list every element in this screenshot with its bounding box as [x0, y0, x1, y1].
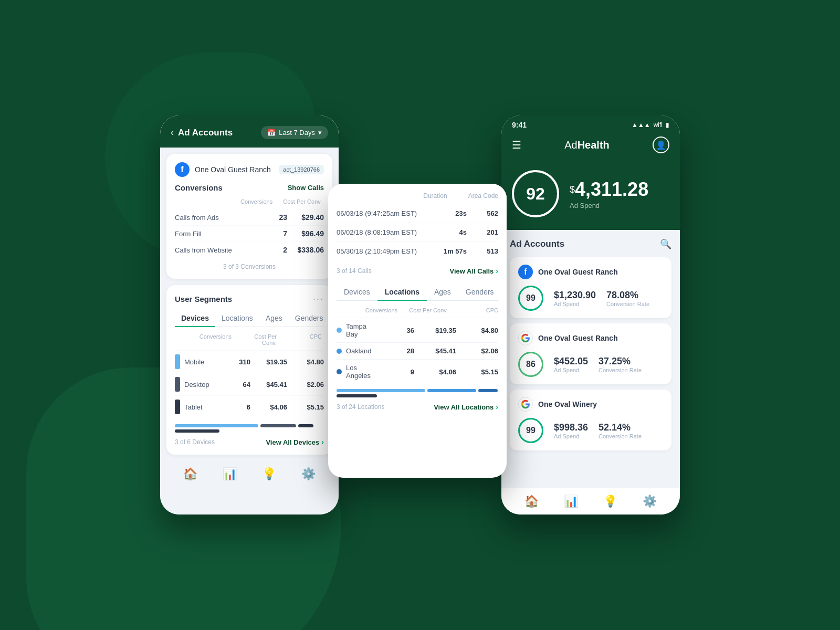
nav-settings[interactable]: ⚙️: [301, 467, 316, 481]
view-all-devices-link[interactable]: View All Devices ›: [266, 438, 324, 446]
segments-header: User Segments ···: [175, 293, 324, 304]
tab-locations[interactable]: Locations: [215, 311, 259, 327]
call-area-3: 513: [467, 247, 498, 255]
conv-label-3: Calls from Website: [175, 246, 256, 254]
loc-cpc-tampa: $4.80: [456, 327, 498, 334]
profile-button[interactable]: 👤: [653, 136, 669, 153]
loc-bar-3: [478, 389, 498, 392]
conv-cost-1: $29.40: [287, 213, 324, 222]
screens-container: ‹ Ad Accounts 📅 Last 7 Days ▾ f One Oval…: [160, 116, 680, 514]
tab-devices[interactable]: Devices: [175, 311, 215, 327]
arrow-right-icon: ›: [321, 438, 324, 446]
loc-header-conv: Conversions: [355, 307, 397, 313]
ac-name-2: One Oval Guest Ranch: [538, 334, 618, 342]
logo-part2: Health: [578, 139, 610, 151]
conv-header-conversions: Conversions: [240, 198, 272, 205]
rnav-reports[interactable]: 📊: [564, 495, 578, 508]
spend-label: Ad Spend: [570, 202, 648, 209]
seg-cpc-desktop: $2.06: [287, 381, 324, 388]
date-range-selector[interactable]: 📅 Last 7 Days ▾: [261, 126, 328, 139]
nav-home[interactable]: 🏠: [183, 467, 197, 481]
la-indicator: [337, 369, 342, 374]
back-button[interactable]: ‹: [171, 127, 174, 138]
tab-genders[interactable]: Genders: [289, 311, 330, 327]
loc-row-la: Los Angeles 9 $4.06 $5.15: [337, 359, 498, 384]
call-date-1: 06/03/18 (9:47:25am EST): [337, 209, 440, 217]
loc-tab-locations[interactable]: Locations: [377, 284, 427, 300]
loc-cost-tampa: $19.35: [414, 327, 456, 334]
conv-row-2: Form Fill 7 $96.49: [175, 225, 324, 242]
ac-rate-label-2: Conversion Rate: [598, 367, 642, 373]
ac-spend-2: $452.05 Ad Spend: [554, 356, 588, 373]
user-segments-card: User Segments ··· Devices Locations Ages…: [166, 285, 332, 455]
account-card-3[interactable]: One Oval Winery 99 $998.36 Ad Spend 52.1…: [510, 390, 671, 450]
hamburger-icon[interactable]: ☰: [512, 139, 521, 151]
ac-spend-3: $998.36 Ad Spend: [554, 422, 588, 439]
view-all-locations-link[interactable]: View All Locations ›: [434, 403, 498, 411]
seg-cost-tablet: $4.06: [250, 403, 287, 411]
chevron-down-icon: ▾: [318, 129, 322, 136]
search-icon[interactable]: 🔍: [660, 238, 671, 250]
call-dur-1: 23s: [440, 209, 467, 217]
call-area-1: 562: [467, 209, 498, 217]
dur-header: Duration: [423, 192, 447, 200]
score-section: 92 $4,311.28 Ad Spend: [501, 162, 680, 230]
seg-conv-desktop: 64: [214, 381, 250, 388]
ac-spend-label-2: Ad Spend: [554, 367, 588, 373]
account-card-2[interactable]: One Oval Guest Ranch 86 $452.05 Ad Spend…: [510, 323, 671, 384]
ac-top-2: One Oval Guest Ranch: [518, 331, 663, 345]
seg-row-tablet: Tablet 6 $4.06 $5.15: [175, 395, 324, 418]
conversions-table: Conversions Cost Per Conv. Calls from Ad…: [175, 198, 324, 258]
ac-spend-label-3: Ad Spend: [554, 433, 588, 439]
middle-phone: Duration Area Code 06/03/18 (9:47:25am E…: [328, 184, 507, 478]
seg-header-conv: Conversions: [195, 333, 232, 346]
ac-rate-label-3: Conversion Rate: [598, 433, 642, 439]
view-all-calls-link[interactable]: View All Calls ›: [450, 267, 499, 275]
seg-cost-desktop: $45.41: [250, 381, 287, 388]
score-circle: 92: [512, 170, 559, 217]
ac-name-1: One Oval Guest Ranch: [538, 268, 618, 276]
conv-row-3: Calls from Website 2 $338.06: [175, 242, 324, 258]
loc-conv-oakland: 28: [372, 347, 414, 355]
ac-top-3: One Oval Winery: [518, 397, 663, 412]
ac-rate-val-2: 37.25%: [598, 356, 642, 367]
spend-value: 4,311.28: [575, 178, 648, 200]
account-name: One Oval Guest Ranch: [195, 165, 271, 174]
calls-section: Duration Area Code 06/03/18 (9:47:25am E…: [328, 184, 507, 284]
conv-label-2: Form Fill: [175, 230, 256, 238]
seg-header-cpc: CPC: [285, 333, 322, 346]
seg-header-cost: Cost Per Conv.: [240, 333, 277, 346]
locations-section: Devices Locations Ages Genders Conversio…: [328, 284, 507, 419]
nav-insights[interactable]: 💡: [262, 467, 276, 481]
rnav-home[interactable]: 🏠: [524, 495, 539, 508]
loc-name-la: Los Angeles: [346, 364, 372, 380]
rnav-settings[interactable]: ⚙️: [643, 495, 657, 508]
adheralth-header: ☰ AdHealth 👤: [501, 132, 680, 162]
show-calls-button[interactable]: Show Calls: [288, 184, 324, 192]
location-tabs: Devices Locations Ages Genders: [337, 284, 498, 301]
nav-reports[interactable]: 📊: [223, 467, 237, 481]
loc-conv-la: 9: [372, 368, 414, 376]
loc-tab-genders[interactable]: Genders: [458, 284, 501, 300]
call-date-3: 05/30/18 (2:10:49pm EST): [337, 247, 440, 255]
rnav-insights[interactable]: 💡: [603, 495, 617, 508]
more-options-button[interactable]: ···: [313, 293, 324, 304]
ac-rate-3: 52.14% Conversion Rate: [598, 422, 642, 439]
loc-tab-devices[interactable]: Devices: [337, 284, 377, 300]
accounts-title: Ad Accounts: [510, 239, 564, 249]
tablet-indicator: [175, 400, 180, 414]
desktop-indicator: [175, 377, 180, 392]
seg-table-header: Conversions Cost Per Conv. CPC: [175, 333, 324, 346]
loc-header-cpc: CPC: [456, 307, 498, 313]
calendar-icon: 📅: [267, 129, 276, 136]
account-card-1[interactable]: f One Oval Guest Ranch 99 $1,230.90 Ad S…: [510, 257, 671, 318]
area-header: Area Code: [468, 192, 498, 200]
arrow-right-icon: ›: [496, 267, 498, 275]
ac-spend-val-3: $998.36: [554, 422, 588, 433]
seg-cost-mobile: $19.35: [250, 358, 287, 366]
loc-tab-ages[interactable]: Ages: [427, 284, 458, 300]
tab-ages[interactable]: Ages: [259, 311, 289, 327]
ac-spend-val-1: $1,230.90: [554, 290, 596, 301]
conv-footer: 3 of 3 Conversions: [175, 263, 324, 270]
call-dur-3: 1m 57s: [440, 247, 467, 255]
